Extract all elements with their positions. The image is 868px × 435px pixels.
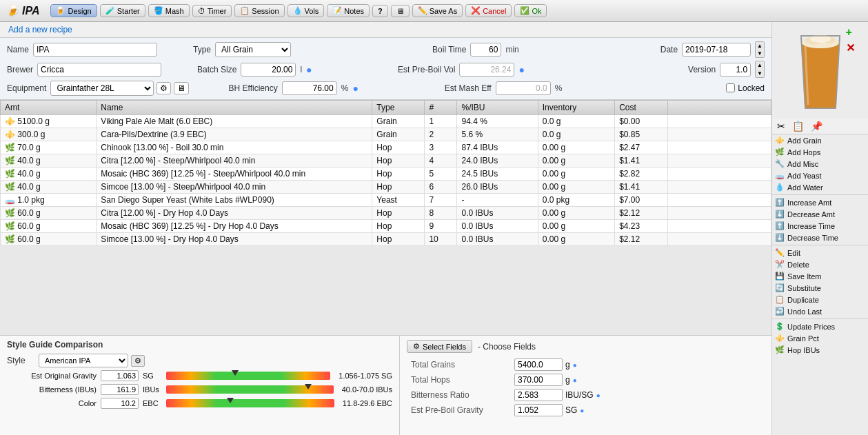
save-item-btn[interactable]: 💾 Save Item bbox=[772, 270, 868, 282]
table-row[interactable]: ⚜️ 300.0 g Cara-Pils/Dextrine (3.9 EBC) … bbox=[1, 128, 771, 141]
hop-ibus-btn[interactable]: 🌿 Hop IBUs bbox=[772, 344, 868, 356]
row-icon: 🌿 bbox=[5, 156, 15, 165]
brewer-input[interactable] bbox=[37, 63, 161, 77]
table-row[interactable]: ⚜️ 5100.0 g Viking Pale Ale Malt (6.0 EB… bbox=[1, 114, 771, 128]
edit-btn[interactable]: ✏️ Edit bbox=[772, 247, 868, 259]
table-row[interactable]: 🌿 40.0 g Citra [12.00 %] - Steep/Whirlpo… bbox=[1, 154, 771, 167]
table-row[interactable]: 🌿 40.0 g Mosaic (HBC 369) [12.25 %] - St… bbox=[1, 167, 771, 180]
timer-btn[interactable]: ⏱ Timer bbox=[192, 5, 232, 17]
add-yeast-btn[interactable]: 🧫 Add Yeast bbox=[772, 170, 868, 181]
cell-amt: 🌿 40.0 g bbox=[1, 167, 97, 180]
total-grains-dot[interactable]: ● bbox=[573, 361, 577, 369]
cell-extra bbox=[668, 154, 771, 167]
session-btn[interactable]: 📋 Session bbox=[234, 4, 284, 17]
version-input[interactable] bbox=[720, 63, 751, 77]
name-input[interactable] bbox=[33, 43, 157, 57]
color-range: 11.8-29.6 EBC bbox=[343, 399, 392, 407]
batch-size-input[interactable] bbox=[241, 63, 296, 77]
equipment-label: Equipment bbox=[7, 83, 46, 93]
equipment-select[interactable]: Grainfather 28L bbox=[50, 81, 154, 96]
bh-efficiency-input[interactable] bbox=[282, 81, 337, 95]
version-spinner[interactable]: ▲ ▼ bbox=[755, 61, 765, 77]
saveas-btn[interactable]: ✏️ Save As bbox=[412, 4, 463, 17]
equipment-edit-btn[interactable]: ⚙ bbox=[157, 82, 171, 94]
design-btn[interactable]: 🍺 Design bbox=[50, 4, 97, 17]
update-prices-btn[interactable]: 💲 Update Prices bbox=[772, 321, 868, 332]
cut-btn[interactable]: ✂ bbox=[775, 120, 787, 132]
paste-btn[interactable]: 📌 bbox=[809, 120, 825, 132]
starter-btn[interactable]: 🧪 Starter bbox=[100, 4, 145, 17]
table-row[interactable]: 🌿 60.0 g Mosaic (HBC 369) [12.25 %] - Dr… bbox=[1, 219, 771, 232]
cell-amt: 🌿 60.0 g bbox=[1, 219, 97, 232]
total-hops-dot[interactable]: ● bbox=[573, 376, 577, 384]
cell-cost: $2.12 bbox=[615, 206, 668, 219]
batch-size-info[interactable]: ● bbox=[306, 64, 312, 75]
ok-btn[interactable]: ✅ Ok bbox=[514, 4, 547, 17]
increase-time-btn[interactable]: ⬆️ Increase Time bbox=[772, 220, 868, 232]
type-select[interactable]: All Grain bbox=[215, 42, 291, 57]
equipment-copy-btn[interactable]: 🖥 bbox=[174, 82, 189, 94]
bitterness-ratio-dot[interactable]: ● bbox=[596, 392, 600, 399]
date-spinner[interactable]: ▲ ▼ bbox=[755, 41, 765, 58]
copy-btn[interactable]: 📋 bbox=[790, 120, 806, 132]
boil-time-input[interactable] bbox=[470, 43, 501, 57]
duplicate-btn[interactable]: 📋 Duplicate bbox=[772, 294, 868, 305]
table-row[interactable]: 🌿 60.0 g Citra [12.00 %] - Dry Hop 4.0 D… bbox=[1, 206, 771, 219]
vols-btn[interactable]: 💧 Vols bbox=[287, 4, 325, 17]
saveas-icon: ✏️ bbox=[418, 6, 427, 15]
date-input[interactable] bbox=[682, 43, 751, 57]
decrease-amt-btn[interactable]: ⬇️ Decrease Amt bbox=[772, 208, 868, 220]
locked-checkbox[interactable] bbox=[726, 83, 735, 92]
bh-eff-info[interactable]: ● bbox=[352, 83, 358, 94]
ingredients-scroll: Amt Name Type # %/IBU Inventory Cost ⚜️ bbox=[0, 100, 771, 335]
table-row[interactable]: 🧫 1.0 pkg San Diego Super Yeast (White L… bbox=[1, 193, 771, 206]
preboil-gravity-dot[interactable]: ● bbox=[580, 407, 584, 414]
og-value[interactable] bbox=[101, 370, 139, 381]
notes-btn[interactable]: 📝 Notes bbox=[327, 4, 370, 17]
cancel-icon: ❌ bbox=[471, 6, 481, 15]
color-label: Color bbox=[7, 399, 97, 407]
add-misc-btn[interactable]: 🔧 Add Misc bbox=[772, 158, 868, 170]
cell-cost: $1.41 bbox=[615, 154, 668, 167]
cell-inventory: 0.00 g bbox=[538, 232, 614, 245]
display-btn[interactable]: 🖥 bbox=[391, 5, 410, 17]
hop-ibus-icon: 🌿 bbox=[775, 345, 785, 354]
mash-btn[interactable]: 🪣 Mash bbox=[148, 4, 190, 17]
water-icon: 💧 bbox=[775, 183, 785, 192]
ibu-value[interactable] bbox=[101, 384, 139, 395]
add-hops-btn[interactable]: 🌿 Add Hops bbox=[772, 146, 868, 158]
fields-table: Total Grains g ● Total Hops bbox=[407, 357, 765, 418]
preboil-info[interactable]: ● bbox=[518, 64, 524, 75]
total-grains-input[interactable] bbox=[514, 358, 563, 371]
color-value[interactable] bbox=[101, 398, 139, 409]
bitterness-ratio-input[interactable] bbox=[514, 389, 563, 401]
select-fields-btn[interactable]: ⚙ Select Fields bbox=[407, 340, 472, 353]
style-settings-btn[interactable]: ⚙ bbox=[131, 355, 145, 367]
delete-btn[interactable]: ✂️ Delete bbox=[772, 259, 868, 270]
substitute-btn[interactable]: 🔄 Substitute bbox=[772, 282, 868, 294]
table-row[interactable]: 🌿 60.0 g Simcoe [13.00 %] - Dry Hop 4.0 … bbox=[1, 232, 771, 245]
add-recipe-link[interactable]: Add a new recipe bbox=[8, 25, 72, 34]
cancel-btn[interactable]: ❌ Cancel bbox=[465, 4, 512, 17]
preboil-gravity-input[interactable] bbox=[514, 404, 563, 416]
table-row[interactable]: 🌿 40.0 g Simcoe [13.00 %] - Steep/Whirlp… bbox=[1, 180, 771, 193]
cell-amt: 🌿 60.0 g bbox=[1, 206, 97, 219]
table-row[interactable]: 🌿 70.0 g Chinook [13.00 %] - Boil 30.0 m… bbox=[1, 141, 771, 154]
beer-glass bbox=[793, 29, 848, 112]
cell-inventory: 0.00 g bbox=[538, 141, 614, 154]
timer-icon: ⏱ bbox=[198, 7, 205, 15]
add-grain-btn[interactable]: ⚜️ Add Grain bbox=[772, 134, 868, 146]
decrease-time-btn[interactable]: ⬇️ Decrease Time bbox=[772, 232, 868, 243]
remove-btn[interactable]: ✕ bbox=[846, 41, 855, 54]
delete-icon: ✂️ bbox=[775, 260, 785, 269]
increase-amt-btn[interactable]: ⬆️ Increase Amt bbox=[772, 196, 868, 208]
help-btn[interactable]: ? bbox=[372, 5, 388, 17]
col-cost: Cost bbox=[615, 100, 668, 114]
total-hops-input[interactable] bbox=[514, 374, 563, 386]
undo-last-btn[interactable]: ↩️ Undo Last bbox=[772, 305, 868, 317]
plus-btn[interactable]: + bbox=[846, 26, 855, 39]
grain-pct-btn[interactable]: ⚜️ Grain Pct bbox=[772, 332, 868, 344]
style-select[interactable]: American IPA bbox=[39, 354, 128, 367]
add-water-btn[interactable]: 💧 Add Water bbox=[772, 181, 868, 193]
cell-name: Mosaic (HBC 369) [12.25 %] - Steep/Whirl… bbox=[97, 167, 372, 180]
